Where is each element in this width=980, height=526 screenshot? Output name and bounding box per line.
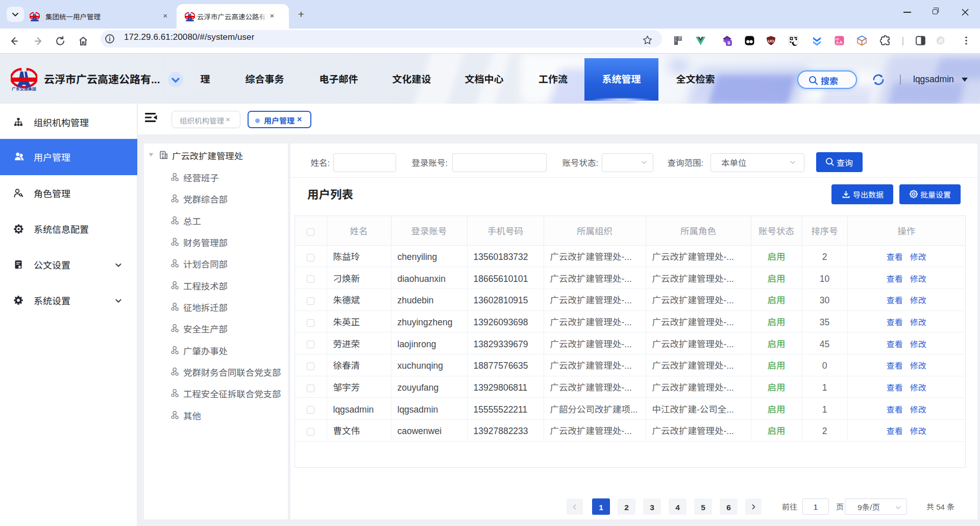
svg-text:A: A — [839, 40, 843, 45]
svg-text:UO: UO — [768, 39, 774, 43]
svg-text:9: 9 — [727, 40, 730, 45]
svg-text:广东交通集团: 广东交通集团 — [12, 86, 36, 91]
